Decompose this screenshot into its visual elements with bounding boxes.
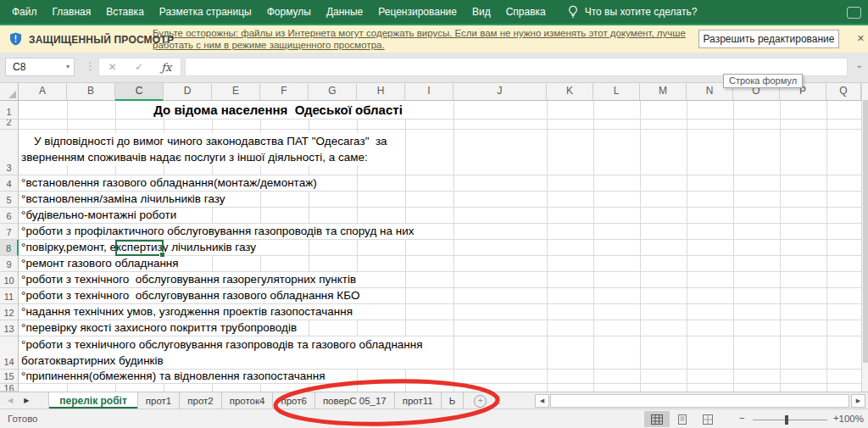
sheet-tab-5[interactable]: поверС 05_17 xyxy=(315,392,395,409)
hscroll-right-icon[interactable]: ▶ xyxy=(851,394,865,408)
grid-row-4[interactable]: °встановлення газового обладнання(монтаж… xyxy=(19,175,861,192)
cell-text-row-5[interactable]: °встановлення/заміна лічильників газу xyxy=(19,192,231,207)
normal-view-icon[interactable] xyxy=(644,411,670,427)
comments-icon[interactable] xyxy=(847,7,861,19)
cell-text-row-9[interactable]: °ремонт газового обладнання xyxy=(19,256,184,271)
row-header-7[interactable]: 7 xyxy=(0,224,19,240)
select-all-corner[interactable] xyxy=(0,83,19,101)
formula-bar-expand-icon[interactable]: ⌄ xyxy=(856,60,863,69)
row-header-15[interactable]: 15 xyxy=(0,370,19,384)
row-header-2[interactable]: 2 xyxy=(0,120,19,130)
column-header-I[interactable]: I xyxy=(405,83,453,101)
row-header-1[interactable]: 1 xyxy=(0,101,19,120)
column-header-J[interactable]: J xyxy=(453,83,547,101)
column-header-H[interactable]: H xyxy=(357,83,405,101)
row-header-9[interactable]: 9 xyxy=(0,256,19,272)
enter-icon[interactable]: ✓ xyxy=(135,61,143,73)
row-header-4[interactable]: 4 xyxy=(0,175,19,192)
insert-function-icon[interactable]: ƒx xyxy=(161,61,171,74)
hscroll-left-icon[interactable]: ◀ xyxy=(535,394,549,408)
column-header-Q[interactable]: Q xyxy=(826,83,861,101)
column-header-C[interactable]: C xyxy=(115,83,164,101)
grid-row-1[interactable]: До відома населення Одеської області xyxy=(19,101,861,120)
add-sheet-icon[interactable]: + xyxy=(474,395,487,408)
page-break-view-icon[interactable] xyxy=(695,411,721,427)
row-header-11[interactable]: 11 xyxy=(0,288,19,304)
ribbon-tab-4[interactable]: Разметка страницы xyxy=(159,6,252,18)
grid-row-3[interactable]: У відповідності до вимог чиного законода… xyxy=(19,130,861,175)
tell-me-search[interactable]: Что вы хотите сделать? xyxy=(568,5,698,19)
cancel-icon[interactable]: ✕ xyxy=(108,61,117,73)
grid-row-13[interactable]: °перевірку якості захисного покриття тру… xyxy=(19,320,861,336)
sheet-tab-4[interactable]: прот6 xyxy=(273,392,314,409)
grid-row-6[interactable]: °будівельно-монтажні роботи xyxy=(19,208,861,224)
ribbon-tab-1[interactable]: Файл xyxy=(12,6,37,18)
protected-view-message[interactable]: Будьте осторожны: файлы из Интернета мог… xyxy=(153,28,686,52)
cell-text-row-10[interactable]: °роботи з технічного обслуговування газо… xyxy=(19,272,361,287)
row-header-8[interactable]: 8 xyxy=(0,240,19,256)
row-header-10[interactable]: 10 xyxy=(0,272,19,288)
zoom-slider-handle[interactable] xyxy=(785,415,788,425)
close-icon[interactable]: ✕ xyxy=(857,33,865,44)
name-box-dropdown-icon[interactable]: ▾ xyxy=(66,58,70,75)
sheet-tab-6[interactable]: прот11 xyxy=(395,392,442,409)
fill-handle[interactable] xyxy=(159,252,165,258)
cell-text-row-1[interactable]: До відома населення Одеської області xyxy=(117,101,439,119)
name-box[interactable]: C8 ▾ xyxy=(5,58,75,76)
row-header-3[interactable]: 3 xyxy=(0,130,19,175)
row-header-12[interactable]: 12 xyxy=(0,304,19,320)
grid-row-15[interactable]: °припинення(обмеження) та відновлення га… xyxy=(19,370,861,384)
ribbon-tab-2[interactable]: Главная xyxy=(53,6,92,18)
zoom-level[interactable]: 100% xyxy=(839,414,864,424)
grid-row-14[interactable]: °роботи з техніичного обслуговування газ… xyxy=(19,336,861,370)
sheet-tab-3[interactable]: проток4 xyxy=(222,392,274,409)
vertical-scrollbar[interactable] xyxy=(861,83,868,392)
enable-editing-button[interactable]: Разрешить редактирование xyxy=(698,30,839,48)
cell-text-row-14[interactable]: °роботи з техніичного обслуговування газ… xyxy=(19,336,428,369)
grid-row-2[interactable] xyxy=(19,120,861,130)
grid-body[interactable]: До відома населення Одеської області У в… xyxy=(19,101,861,392)
ribbon-tab-7[interactable]: Рецензирование xyxy=(378,6,457,18)
column-header-M[interactable]: M xyxy=(640,83,687,101)
column-header-K[interactable]: K xyxy=(547,83,593,101)
page-layout-view-icon[interactable] xyxy=(670,411,695,427)
cell-text-row-4[interactable]: °встановлення газового обладнання(монтаж… xyxy=(19,175,322,191)
ribbon-tab-5[interactable]: Формулы xyxy=(267,6,311,18)
ribbon-tab-6[interactable]: Данные xyxy=(326,6,363,18)
grid-row-5[interactable]: °встановлення/заміна лічильників газу xyxy=(19,192,861,208)
cell-text-row-13[interactable]: °перевірку якості захисного покриття тру… xyxy=(19,320,302,336)
cell-text-row-15[interactable]: °припинення(обмеження) та відновлення га… xyxy=(19,370,331,383)
ribbon-tab-8[interactable]: Вид xyxy=(472,6,491,18)
row-header-13[interactable]: 13 xyxy=(0,320,19,336)
cell-text-row-7[interactable]: °роботи з профілактичного обслуговування… xyxy=(19,224,419,239)
sheet-tab-1[interactable]: прот1 xyxy=(138,392,180,409)
vertical-scrollbar-thumb[interactable] xyxy=(863,100,868,363)
ribbon-tab-9[interactable]: Справка xyxy=(506,6,546,18)
sheet-tab-2[interactable]: прот2 xyxy=(180,392,221,409)
grid-row-16[interactable] xyxy=(19,384,861,392)
horizontal-scrollbar[interactable] xyxy=(550,394,849,408)
column-header-D[interactable]: D xyxy=(164,83,212,101)
zoom-out-icon[interactable]: − xyxy=(739,413,745,423)
row-header-5[interactable]: 5 xyxy=(0,192,19,208)
row-header-6[interactable]: 6 xyxy=(0,208,19,224)
row-header-16[interactable]: 16 xyxy=(0,384,19,392)
row-header-14[interactable]: 14 xyxy=(0,336,19,370)
column-header-G[interactable]: G xyxy=(309,83,357,101)
column-header-L[interactable]: L xyxy=(593,83,640,101)
sheet-tab-7[interactable]: Ь xyxy=(442,392,465,409)
sheet-nav-right-icon[interactable]: ▶ xyxy=(24,397,29,404)
column-header-B[interactable]: B xyxy=(67,83,115,101)
column-header-A[interactable]: A xyxy=(19,83,67,101)
grid-row-10[interactable]: °роботи з технічного обслуговування газо… xyxy=(19,272,861,288)
sheet-tab-active[interactable]: перелік робіт xyxy=(48,392,138,409)
cell-text-row-6[interactable]: °будівельно-монтажні роботи xyxy=(19,208,181,223)
grid-row-9[interactable]: °ремонт газового обладнання xyxy=(19,256,861,272)
grid-row-11[interactable]: °роботи з технічного обслуговування газо… xyxy=(19,288,861,304)
column-header-E[interactable]: E xyxy=(212,83,260,101)
zoom-slider-track[interactable] xyxy=(753,420,827,420)
column-header-F[interactable]: F xyxy=(260,83,309,101)
cell-text-row-11[interactable]: °роботи з технічного обслуговування газо… xyxy=(19,288,364,303)
grid-row-7[interactable]: °роботи з профілактичного обслуговування… xyxy=(19,224,861,240)
ribbon-tab-3[interactable]: Вставка xyxy=(106,6,144,18)
